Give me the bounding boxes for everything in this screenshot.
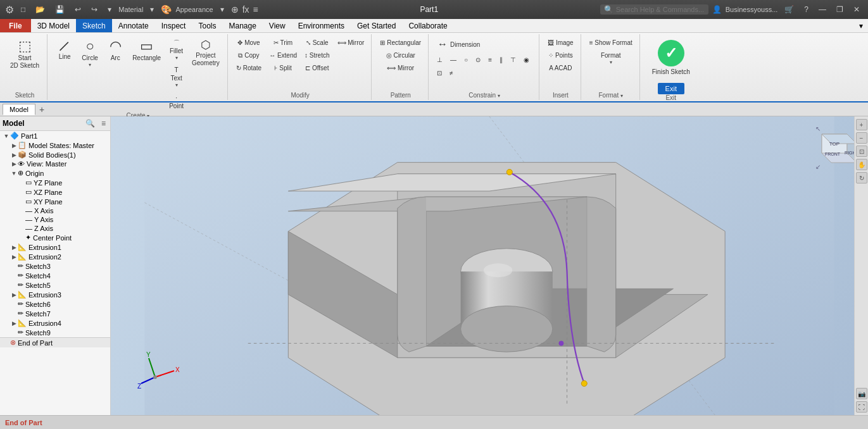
tree-item-sketch6[interactable]: ✏ Sketch6: [0, 299, 110, 309]
line-btn[interactable]: | Line: [53, 37, 77, 63]
tree-item-x-axis[interactable]: — X Axis: [0, 206, 110, 215]
close-btn[interactable]: ✕: [850, 4, 863, 15]
tree-item-sketch3[interactable]: ✏ Sketch3: [0, 261, 110, 271]
tree-item-extrusion2[interactable]: ▶ 📐 Extrusion2: [0, 252, 110, 261]
tree-item-yz-plane[interactable]: ▭ YZ Plane: [0, 178, 110, 187]
exit-btn[interactable]: Exit: [658, 83, 684, 94]
rectangle-btn[interactable]: ▭ Rectangle: [129, 37, 165, 65]
tree-item-origin[interactable]: ▼ ⊕ Origin: [0, 168, 110, 178]
tree-item-sketch4[interactable]: ✏ Sketch4: [0, 271, 110, 280]
fillet-btn[interactable]: ⌒ Fillet ▾: [166, 37, 187, 63]
constrain-btn7[interactable]: ⊤: [507, 54, 519, 66]
expand-extrusion3[interactable]: ▶: [10, 292, 18, 298]
menu-manage[interactable]: Manage: [222, 19, 262, 32]
constrain-btn5[interactable]: ≡: [485, 54, 495, 66]
appearance-dropdown[interactable]: ▾: [217, 4, 227, 15]
tree-item-sketch5[interactable]: ✏ Sketch5: [0, 280, 110, 290]
sidebar-search-btn[interactable]: 🔍: [84, 118, 97, 128]
image-btn[interactable]: 🖼 Image: [544, 37, 577, 49]
tree-item-extrusion3[interactable]: ▶ 📐 Extrusion3: [0, 290, 110, 299]
quick-access-open[interactable]: 📂: [32, 4, 48, 15]
add-tab-btn[interactable]: +: [37, 104, 47, 115]
extend-btn[interactable]: ↔ Extend: [266, 49, 300, 61]
fullscreen-btn[interactable]: ⛶: [856, 401, 867, 413]
menu-collaborate[interactable]: Collaborate: [402, 19, 453, 32]
point-btn[interactable]: · Point: [166, 92, 187, 112]
circular-btn[interactable]: ◎ Circular: [377, 49, 424, 61]
expand-part1[interactable]: ▼: [3, 133, 10, 139]
rotate-btn[interactable]: ↻ Rotate: [233, 62, 265, 74]
tree-item-z-axis[interactable]: — Z Axis: [0, 224, 110, 233]
menu-environments[interactable]: Environments: [292, 19, 351, 32]
quick-access-save[interactable]: 💾: [52, 4, 68, 15]
constrain-btn8[interactable]: ◉: [520, 54, 532, 66]
quick-access-undo[interactable]: ↩: [72, 4, 84, 15]
zoom-in-btn[interactable]: +: [856, 119, 867, 130]
tree-item-view-master[interactable]: ▶ 👁 View: Master: [0, 159, 110, 168]
material-dropdown[interactable]: ▾: [147, 4, 157, 15]
expand-extrusion1[interactable]: ▶: [10, 244, 18, 251]
menu-view[interactable]: View: [263, 19, 292, 32]
menu-sketch[interactable]: Sketch: [76, 19, 112, 32]
help-icon[interactable]: ?: [801, 4, 812, 15]
trim-btn[interactable]: ✂ Trim: [266, 37, 300, 49]
pan-btn[interactable]: ✋: [856, 159, 867, 170]
menu-annotate[interactable]: Annotate: [112, 19, 155, 32]
tree-item-solid-bodies[interactable]: ▶ 📦 Solid Bodies(1): [0, 150, 110, 159]
expand-extrusion2[interactable]: ▶: [10, 254, 18, 260]
menu-tools[interactable]: Tools: [192, 19, 222, 32]
offset-btn[interactable]: ⊏ Offset: [301, 62, 332, 74]
tree-item-xz-plane[interactable]: ▭ XZ Plane: [0, 187, 110, 197]
mirror-modify-btn[interactable]: ⟺ Mirror: [334, 37, 368, 49]
constrain-btn6[interactable]: ∥: [496, 54, 506, 66]
circle-btn[interactable]: ○ Circle ▾: [78, 37, 102, 71]
quick-access-new[interactable]: □: [18, 4, 28, 15]
expand-extrusion4[interactable]: ▶: [10, 320, 18, 326]
constrain-btn3[interactable]: ○: [461, 54, 471, 66]
scale-btn[interactable]: ⤡ Scale: [301, 37, 332, 49]
text-btn[interactable]: T Text ▾: [166, 64, 187, 90]
tree-item-part1[interactable]: ▼ 🔷 Part1: [0, 131, 110, 140]
arc-btn[interactable]: ◠ Arc: [103, 37, 127, 65]
expand-view-master[interactable]: ▶: [10, 161, 18, 167]
zoom-out-btn[interactable]: −: [856, 132, 867, 144]
search-input[interactable]: [616, 6, 705, 13]
zoom-fit-btn[interactable]: ⊡: [856, 146, 867, 157]
split-btn[interactable]: ⊦ Split: [266, 62, 300, 74]
tree-item-sketch9[interactable]: ✏ Sketch9: [0, 328, 110, 337]
quick-access-redo[interactable]: ↪: [88, 4, 101, 15]
quick-access-misc[interactable]: ▾: [104, 4, 115, 15]
rectangular-btn[interactable]: ⊞ Rectangular: [377, 37, 424, 49]
expand-origin[interactable]: ▼: [10, 170, 18, 177]
menu-inspect[interactable]: Inspect: [155, 19, 192, 32]
constrain-btn2[interactable]: —: [447, 54, 460, 66]
menu-3dmodel[interactable]: 3D Model: [31, 19, 76, 32]
expand-solid-bodies[interactable]: ▶: [10, 152, 18, 158]
format-dropdown-btn[interactable]: Format ▾: [586, 49, 636, 68]
finish-sketch-btn[interactable]: Finish Sketch: [645, 37, 697, 78]
constrain-btn4[interactable]: ⊙: [472, 54, 484, 66]
expand-model-states[interactable]: ▶: [10, 142, 18, 149]
rotate-view-btn[interactable]: ↻: [856, 172, 867, 183]
cart-icon[interactable]: 🛒: [781, 4, 797, 15]
mirror-pattern-btn[interactable]: ⟺ Mirror: [377, 62, 424, 74]
tree-item-end-of-part[interactable]: ⊗ End of Part: [0, 337, 110, 347]
expand-ribbon-btn[interactable]: ▾: [859, 22, 863, 30]
constrain-btn10[interactable]: ≠: [446, 67, 456, 79]
move-btn[interactable]: ✥ Move: [233, 37, 265, 49]
minimize-btn[interactable]: —: [815, 4, 829, 15]
sidebar-menu-btn[interactable]: ≡: [99, 118, 108, 128]
menu-file[interactable]: File: [0, 19, 31, 32]
tree-item-sketch7[interactable]: ✏ Sketch7: [0, 309, 110, 318]
project-geometry-btn[interactable]: ⬡ Project Geometry: [188, 37, 223, 70]
points-insert-btn[interactable]: ⁘ Points: [544, 49, 577, 61]
canvas-area[interactable]: TOP FRONT RIGHT ↖ ↗ ↙ ↘ X Y Z: [111, 116, 868, 415]
tree-item-xy-plane[interactable]: ▭ XY Plane: [0, 197, 110, 206]
start-2d-sketch-btn[interactable]: ⬚ Start 2D Sketch: [6, 37, 43, 72]
tree-item-y-axis[interactable]: — Y Axis: [0, 215, 110, 224]
copy-btn[interactable]: ⧉ Copy: [233, 49, 265, 61]
camera-btn[interactable]: 📷: [856, 388, 867, 399]
restore-btn[interactable]: ❐: [833, 4, 846, 15]
constrain-btn1[interactable]: ⊥: [434, 54, 446, 66]
tree-item-extrusion4[interactable]: ▶ 📐 Extrusion4: [0, 318, 110, 328]
